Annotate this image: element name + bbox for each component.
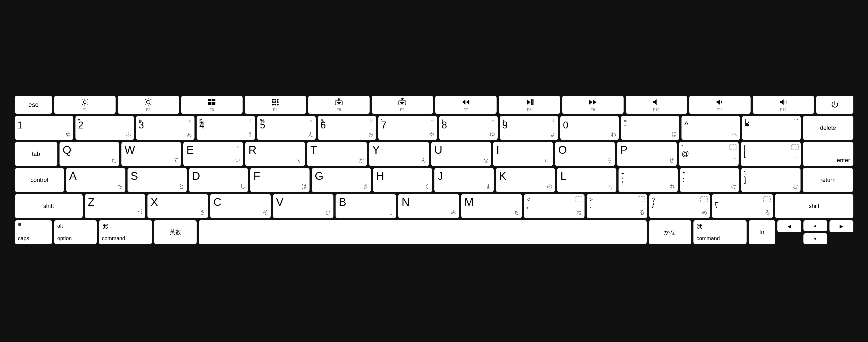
key-n[interactable]: N み [398,194,459,218]
key-slash[interactable]: ? / め [649,194,710,218]
qwerty-row: tab Q た W て E い ぃ R す T か Y ん [15,142,854,166]
key-f9[interactable]: F9 [562,96,624,114]
key-y[interactable]: Y ん [369,142,429,166]
key-4[interactable]: $ 4 う ぅ [196,116,255,140]
rewind-icon [462,98,470,106]
key-arrow-up[interactable]: ▲ [803,220,827,231]
key-e[interactable]: E い ぃ [183,142,243,166]
key-c[interactable]: C そ [210,194,271,218]
key-i[interactable]: I に [493,142,553,166]
key-f7[interactable]: F7 [435,96,497,114]
key-v[interactable]: V ひ [273,194,334,218]
key-1[interactable]: ! 1 ぬ [15,116,73,140]
key-j[interactable]: J ま [434,168,494,192]
key-power[interactable] [816,96,854,114]
key-shift-left[interactable]: shift [15,194,83,218]
svg-point-34 [338,99,339,100]
key-backslash[interactable]: _ \ ろ [712,194,773,218]
key-m[interactable]: M も [461,194,522,218]
key-3[interactable]: # 3 あ ぁ [136,116,194,140]
key-s[interactable]: S と [127,168,187,192]
key-h[interactable]: H く [373,168,432,192]
key-control[interactable]: control [15,168,64,192]
key-8[interactable]: ( 8 ゆ ゅ [439,116,498,140]
key-d[interactable]: D し [189,168,248,192]
key-caret[interactable]: ~ ^ へ [681,116,740,140]
svg-rect-21 [212,102,215,105]
key-b[interactable]: B こ [336,194,396,218]
key-arrow-left[interactable]: ◀ [777,220,801,232]
key-kana[interactable]: かな [649,220,691,244]
svg-marker-43 [462,100,465,105]
svg-rect-20 [208,102,212,105]
key-semicolon[interactable]: + ; れ [619,168,678,192]
key-l[interactable]: L り [557,168,616,192]
zxcv-row: shift Z っ つ X さ C そ V ひ B こ N み [15,194,854,218]
svg-point-30 [277,104,279,106]
key-yen[interactable]: | ¥ ⁚⁚⁚ [742,116,801,140]
key-minus[interactable]: = - ほ [621,116,679,140]
key-t[interactable]: T か [307,142,367,166]
svg-line-6 [87,104,88,105]
key-f4[interactable]: F4 [245,96,306,114]
key-f12[interactable]: F12 [753,96,814,114]
key-option[interactable]: alt option [54,220,97,244]
key-7[interactable]: ' 7 や ゃ [378,116,437,140]
key-eisuu[interactable]: 英数 [154,220,196,244]
key-u[interactable]: U な [431,142,491,166]
key-esc[interactable]: esc [15,96,52,114]
key-arrow-right[interactable]: ▶ [830,220,854,232]
key-enter-label[interactable]: enter [803,142,854,166]
key-caps[interactable]: caps [15,220,52,244]
key-command-left[interactable]: ⌘ command [99,220,152,244]
key-f5[interactable]: F5 [308,96,370,114]
key-f2[interactable]: F2 [118,96,179,114]
key-w[interactable]: W て [121,142,181,166]
key-fn[interactable]: fn [749,220,775,244]
mute-icon [652,98,660,106]
key-f3[interactable]: F3 [181,96,243,114]
key-f11[interactable]: F11 [689,96,750,114]
key-delete[interactable]: delete [803,116,854,140]
svg-marker-50 [653,99,656,105]
key-period[interactable]: > . る [587,194,647,218]
key-f[interactable]: F は [250,168,310,192]
key-9[interactable]: ) 9 よ ょ [500,116,558,140]
key-a[interactable]: A ち [66,168,125,192]
key-z[interactable]: Z っ つ [85,194,145,218]
key-2[interactable]: " 2 ふ [75,116,134,140]
key-space[interactable] [199,220,647,244]
key-return[interactable]: return [803,168,853,192]
key-f10[interactable]: F10 [626,96,687,114]
arrow-key-group: ◀ ▲ ▼ ▶ [777,220,854,244]
power-icon [831,101,839,109]
key-arrow-down[interactable]: ▼ [803,233,827,244]
key-x[interactable]: X さ [148,194,208,218]
key-o[interactable]: O ら [555,142,615,166]
key-p[interactable]: P せ [617,142,677,166]
key-shift-right[interactable]: shift [775,194,854,218]
key-r[interactable]: R す [245,142,305,166]
svg-marker-51 [717,99,720,105]
key-bracket-open[interactable]: { [ 「 [741,142,801,166]
svg-line-41 [401,98,401,99]
key-colon[interactable]: * : け [680,168,739,192]
key-f1[interactable]: F1 [54,96,116,114]
svg-line-17 [145,104,146,105]
key-6[interactable]: & 6 お ぉ [318,116,376,140]
key-f8[interactable]: F8 [499,96,560,114]
key-tab[interactable]: tab [15,142,57,166]
key-f6[interactable]: F6 [372,96,433,114]
key-g[interactable]: G き [312,168,371,192]
key-comma[interactable]: < , ね [524,194,585,218]
key-k[interactable]: K の [496,168,555,192]
key-q[interactable]: Q た [60,142,119,166]
key-at[interactable]: ` @ ゛ [679,142,739,166]
arrow-top-row: ◀ ▲ ▼ ▶ [777,220,854,244]
key-bracket-close[interactable]: } ] む [741,168,801,192]
caps-dot [18,223,21,226]
key-command-right[interactable]: ⌘ command [693,220,747,244]
svg-rect-18 [208,99,212,101]
key-5[interactable]: % 5 え ぇ [257,116,316,140]
key-0[interactable]: 0 わ [560,116,619,140]
